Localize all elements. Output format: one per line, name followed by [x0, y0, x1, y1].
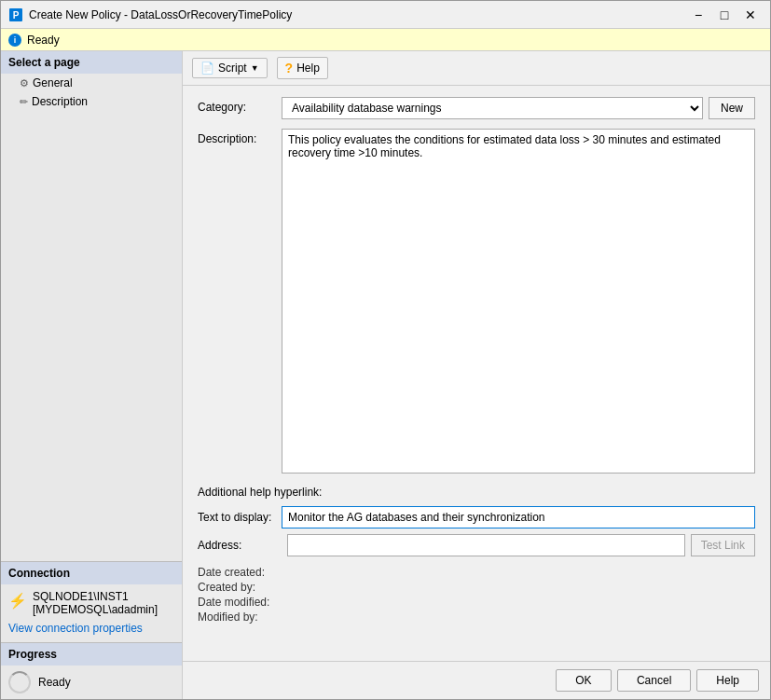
form-area: Category: Availability database warnings…	[183, 86, 770, 661]
server-name: SQLNODE1\INST1	[33, 590, 158, 603]
server-icon: ⚡	[8, 592, 27, 610]
status-text: Ready	[27, 34, 60, 47]
metadata-area: Date created: Created by: Date modified:…	[198, 566, 755, 624]
category-select[interactable]: Availability database warnings	[282, 97, 703, 119]
date-modified-row: Date modified:	[198, 596, 755, 609]
progress-content: Ready	[1, 666, 182, 699]
script-button[interactable]: 📄 Script ▼	[192, 58, 268, 78]
script-icon: 📄	[200, 62, 214, 75]
sidebar: Select a page ⚙ General ✏ Description Co…	[1, 51, 183, 699]
progress-header: Progress	[1, 643, 182, 666]
script-label: Script	[218, 62, 247, 75]
date-created-row: Date created:	[198, 566, 755, 579]
title-bar: P Create New Policy - DataLossOrRecovery…	[1, 1, 770, 29]
sidebar-description-label: Description	[32, 95, 88, 108]
created-by-row: Created by:	[198, 581, 755, 594]
connection-header: Connection	[1, 562, 182, 584]
select-page-header: Select a page	[1, 51, 182, 74]
ok-button[interactable]: OK	[556, 669, 612, 692]
view-connection-properties-link[interactable]: View connection properties	[8, 622, 143, 635]
modified-by-row: Modified by:	[198, 611, 755, 624]
main-window: P Create New Policy - DataLossOrRecovery…	[0, 0, 771, 700]
connection-info: ⚡ SQLNODE1\INST1 [MYDEMOSQL\adadmin]	[1, 584, 182, 620]
svg-text:P: P	[13, 10, 20, 21]
maximize-button[interactable]: □	[712, 6, 737, 24]
modified-by-label: Modified by:	[198, 611, 258, 624]
description-control: This policy evaluates the conditions for…	[282, 129, 755, 476]
category-control: Availability database warnings New	[282, 97, 755, 119]
script-dropdown-arrow: ▼	[251, 63, 259, 73]
text-to-display-input[interactable]	[282, 506, 755, 528]
connection-section: Connection ⚡ SQLNODE1\INST1 [MYDEMOSQL\a…	[1, 561, 182, 642]
text-to-display-label: Text to display:	[198, 511, 282, 524]
new-category-button[interactable]: New	[709, 97, 755, 119]
cancel-button[interactable]: Cancel	[617, 669, 691, 692]
address-input[interactable]	[287, 534, 685, 556]
help-icon: ?	[285, 61, 294, 75]
category-row: Category: Availability database warnings…	[198, 97, 755, 119]
description-label: Description:	[198, 129, 282, 145]
user-name: [MYDEMOSQL\adadmin]	[33, 603, 158, 616]
description-icon: ✏	[20, 96, 28, 108]
title-bar-text: Create New Policy - DataLossOrRecoveryTi…	[29, 8, 686, 21]
progress-section: Progress Ready	[1, 642, 182, 699]
additional-help-label: Additional help hyperlink:	[198, 486, 755, 499]
address-label: Address:	[198, 539, 282, 552]
view-connection-link-container: View connection properties	[1, 620, 182, 642]
sidebar-item-general[interactable]: ⚙ General	[1, 74, 182, 92]
minimize-button[interactable]: −	[686, 6, 710, 24]
date-created-label: Date created:	[198, 566, 265, 579]
sidebar-general-label: General	[33, 76, 73, 89]
created-by-label: Created by:	[198, 581, 255, 594]
progress-status: Ready	[38, 676, 71, 689]
progress-spinner	[8, 671, 31, 693]
status-bar: i Ready	[1, 29, 770, 51]
connection-details: SQLNODE1\INST1 [MYDEMOSQL\adadmin]	[33, 590, 158, 616]
window-icon: P	[8, 7, 23, 22]
description-row: Description: This policy evaluates the c…	[198, 129, 755, 476]
help-button[interactable]: ? Help	[277, 57, 328, 79]
description-textarea[interactable]: This policy evaluates the conditions for…	[282, 129, 755, 474]
bottom-bar: OK Cancel Help	[183, 661, 770, 699]
text-to-display-row: Text to display:	[198, 506, 755, 528]
help-label: Help	[296, 62, 320, 75]
status-icon: i	[8, 34, 21, 47]
main-content: Select a page ⚙ General ✏ Description Co…	[1, 51, 770, 699]
toolbar: 📄 Script ▼ ? Help	[183, 51, 770, 86]
help-bottom-button[interactable]: Help	[696, 669, 759, 692]
date-modified-label: Date modified:	[198, 596, 269, 609]
title-bar-controls: − □ ✕	[686, 6, 763, 24]
content-area: 📄 Script ▼ ? Help Category: Availability…	[183, 51, 770, 699]
close-button[interactable]: ✕	[738, 6, 763, 24]
test-link-button[interactable]: Test Link	[691, 534, 755, 556]
address-row: Address: Test Link	[198, 534, 755, 556]
sidebar-item-description[interactable]: ✏ Description	[1, 92, 182, 111]
general-icon: ⚙	[20, 77, 29, 89]
category-label: Category:	[198, 97, 282, 114]
